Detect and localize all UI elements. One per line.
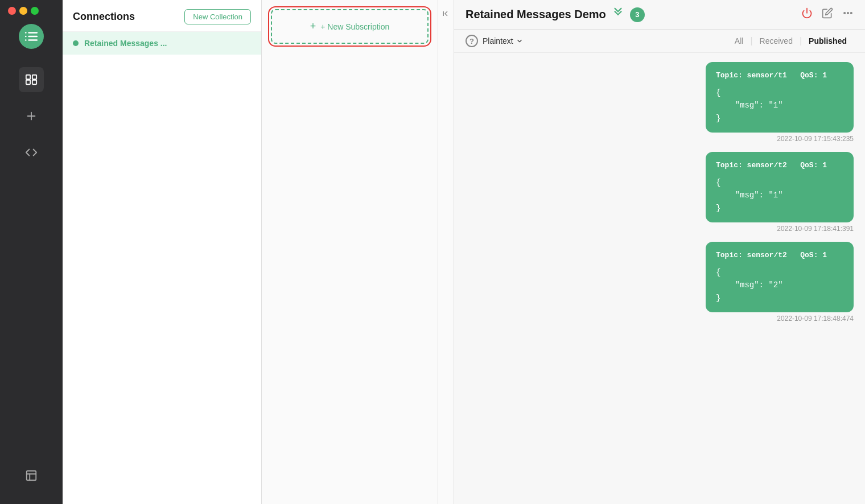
tab-all[interactable]: All <box>728 34 751 48</box>
filter-tabs: All | Received | Published <box>728 34 854 48</box>
plus-icon: + <box>310 20 316 32</box>
collapse-area <box>438 0 454 504</box>
message-group: Topic: sensor/t2 QoS: 1 { "msg": "2" } 2… <box>466 242 854 323</box>
tab-received[interactable]: Received <box>753 34 800 48</box>
topic-chevron-icon <box>612 7 624 22</box>
message-count-badge: 3 <box>630 7 645 22</box>
power-button[interactable] <box>801 7 813 22</box>
message-timestamp: 2022-10-09 17:15:43:235 <box>777 135 854 143</box>
message-group: Topic: sensor/t1 QoS: 1 { "msg": "1" } 2… <box>466 62 854 143</box>
new-subscription-wrapper: + + New Subscription <box>271 9 429 44</box>
svg-rect-12 <box>27 471 36 481</box>
main-header-right <box>801 7 854 22</box>
edit-button[interactable] <box>822 7 833 22</box>
message-body: { "msg": "2" } <box>716 266 843 304</box>
sidebar-item-code[interactable] <box>19 140 44 165</box>
message-timestamp: 2022-10-09 17:18:41:391 <box>777 225 854 233</box>
collapse-button[interactable] <box>442 9 451 20</box>
main-content: Retained Messages Demo 3 <box>454 0 865 504</box>
tab-published[interactable]: Published <box>802 34 854 48</box>
svg-point-18 <box>847 13 849 14</box>
messages-area: Topic: sensor/t1 QoS: 1 { "msg": "1" } 2… <box>454 53 865 504</box>
message-meta: Topic: sensor/t2 QoS: 1 <box>716 250 843 262</box>
sidebar-item-logs[interactable] <box>19 463 44 488</box>
message-body: { "msg": "1" } <box>716 86 843 125</box>
new-subscription-button[interactable]: + + New Subscription <box>273 11 426 42</box>
sidebar-item-add[interactable] <box>19 104 44 129</box>
message-bubble: Topic: sensor/t2 QoS: 1 { "msg": "2" } <box>706 242 854 312</box>
help-icon: ? <box>466 35 478 47</box>
main-title: Retained Messages Demo <box>466 8 606 21</box>
message-meta: Topic: sensor/t2 QoS: 1 <box>716 160 843 172</box>
traffic-light-yellow[interactable] <box>19 7 27 15</box>
svg-point-19 <box>851 13 852 14</box>
new-collection-button[interactable]: New Collection <box>184 9 251 24</box>
connection-name: Retained Messages ... <box>84 39 167 48</box>
traffic-lights <box>0 7 39 15</box>
new-subscription-label: + New Subscription <box>320 22 389 31</box>
connections-title: Connections <box>73 11 135 23</box>
filter-bar: ? Plaintext All | Received | Published <box>454 30 865 53</box>
message-body: { "msg": "1" } <box>716 176 843 214</box>
sidebar-nav <box>19 63 44 463</box>
message-meta: Topic: sensor/t1 QoS: 1 <box>716 70 843 82</box>
subscriptions-panel: + + New Subscription <box>262 0 438 504</box>
svg-rect-8 <box>26 80 30 84</box>
connection-status-dot <box>73 40 79 46</box>
connections-header: Connections New Collection <box>63 0 261 32</box>
svg-rect-9 <box>32 80 36 84</box>
message-bubble: Topic: sensor/t1 QoS: 1 { "msg": "1" } <box>706 62 854 133</box>
svg-rect-7 <box>32 75 36 79</box>
svg-point-17 <box>844 13 846 14</box>
message-bubble: Topic: sensor/t2 QoS: 1 { "msg": "1" } <box>706 152 854 222</box>
filter-left: ? Plaintext <box>466 35 524 47</box>
svg-rect-6 <box>26 75 30 79</box>
sidebar-item-connections[interactable] <box>19 67 44 92</box>
plaintext-label: Plaintext <box>483 36 513 46</box>
message-group: Topic: sensor/t2 QoS: 1 { "msg": "1" } 2… <box>466 152 854 233</box>
more-button[interactable] <box>842 7 854 22</box>
message-timestamp: 2022-10-09 17:18:48:474 <box>777 315 854 323</box>
traffic-light-green[interactable] <box>31 7 39 15</box>
connections-panel: Connections New Collection Retained Mess… <box>63 0 262 504</box>
main-header-left: Retained Messages Demo 3 <box>466 7 645 22</box>
sidebar-bottom <box>19 463 44 497</box>
connection-item[interactable]: Retained Messages ... <box>63 32 261 55</box>
traffic-light-red[interactable] <box>8 7 16 15</box>
sidebar <box>0 0 63 504</box>
plaintext-dropdown[interactable]: Plaintext <box>483 36 524 46</box>
app-logo <box>19 24 44 49</box>
main-header: Retained Messages Demo 3 <box>454 0 865 30</box>
